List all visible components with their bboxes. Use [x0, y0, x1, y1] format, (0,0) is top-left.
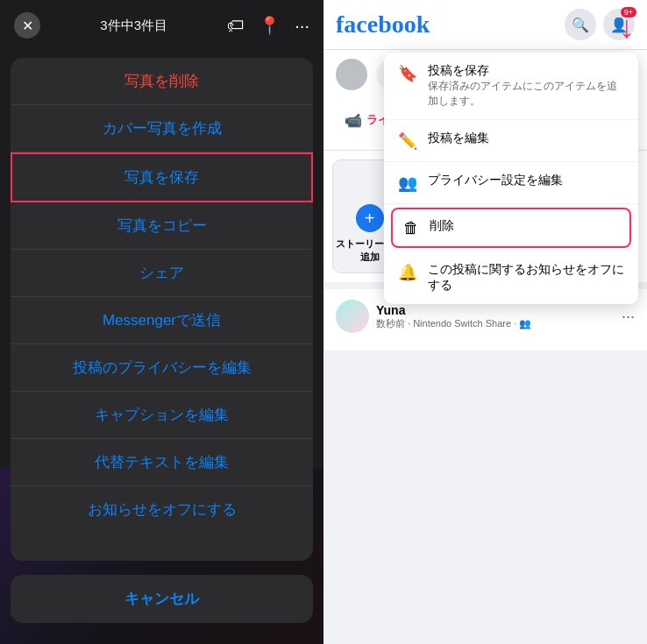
post-text-info: Yuna 数秒前 · Nintendo Switch Share · 👥 [376, 303, 531, 330]
cancel-button[interactable]: キャンセル [11, 575, 313, 623]
dropdown-delete[interactable]: 🗑 削除 [391, 208, 631, 248]
dropdown-save-post[interactable]: 🔖 投稿を保存 保存済みのアイテムにこのアイテムを追加します。 [384, 53, 638, 120]
post-user-name: Yuna [376, 303, 531, 317]
edit-privacy-title: プライバシー設定を編集 [428, 173, 563, 188]
save-photo-item[interactable]: 写真を保存 [11, 152, 313, 202]
messenger-item[interactable]: Messengerで送信 [11, 297, 313, 344]
search-icon: 🔍 [572, 17, 589, 33]
delete-text: 削除 [430, 218, 454, 234]
post-dropdown-menu: 🔖 投稿を保存 保存済みのアイテムにこのアイテムを追加します。 ✏️ 投稿を編集… [384, 53, 638, 304]
post-more-button[interactable]: ··· [622, 308, 635, 326]
edit-alt-item[interactable]: 代替テキストを編集 [11, 439, 313, 486]
edit-privacy-item[interactable]: 投稿のプライバシーを編集 [11, 344, 313, 392]
action-menu: 写真を削除 カバー写真を作成 写真を保存 写真をコピー シェア Messenge… [11, 58, 313, 561]
facebook-logo: facebook [336, 11, 430, 39]
dropdown-edit-privacy[interactable]: 👥 プライバシー設定を編集 [384, 162, 638, 204]
facebook-header: facebook 🔍 👤 9+ [324, 0, 647, 50]
edit-post-title: 投稿を編集 [428, 131, 489, 146]
pink-arrow-indicator: ↓ [619, 9, 635, 46]
edit-privacy-text: プライバシー設定を編集 [428, 173, 563, 188]
more-icon[interactable]: ··· [295, 16, 309, 36]
share-item[interactable]: シェア [11, 250, 313, 297]
post-header: Yuna 数秒前 · Nintendo Switch Share · 👥 ··· [336, 300, 635, 333]
post-user-info: Yuna 数秒前 · Nintendo Switch Share · 👥 [336, 300, 531, 333]
add-story-icon: + [356, 204, 384, 232]
left-header: ✕ 3件中3件目 🏷 📍 ··· [0, 0, 324, 51]
copy-photo-item[interactable]: 写真をコピー [11, 202, 313, 250]
make-cover-item[interactable]: カバー写真を作成 [11, 105, 313, 152]
close-button[interactable]: ✕ [14, 12, 40, 39]
delete-title: 削除 [430, 218, 454, 234]
live-icon: 📹 [345, 112, 362, 129]
save-post-desc: 保存済みのアイテムにこのアイテムを追加します。 [428, 79, 624, 109]
edit-caption-item[interactable]: キャプションを編集 [11, 392, 313, 439]
save-post-text: 投稿を保存 保存済みのアイテムにこのアイテムを追加します。 [428, 63, 624, 109]
dropdown-turn-off[interactable]: 🔔 この投稿に関するお知らせをオフにする [384, 251, 638, 304]
right-panel: facebook 🔍 👤 9+ 今なにしてる？ 📹 ライブ動画 🖼 写真 [324, 0, 647, 644]
delete-icon: 🗑 [403, 219, 419, 237]
photo-counter: 3件中3件目 [100, 18, 167, 34]
post-user-avatar [336, 300, 369, 333]
edit-post-text: 投稿を編集 [428, 131, 489, 146]
search-button[interactable]: 🔍 [565, 9, 596, 40]
edit-privacy-icon: 👥 [398, 173, 417, 193]
location-icon[interactable]: 📍 [259, 15, 281, 36]
delete-photo-item[interactable]: 写真を削除 [11, 58, 313, 105]
save-post-title: 投稿を保存 [428, 63, 624, 79]
header-icons: 🏷 📍 ··· [227, 15, 309, 36]
turn-off-text: この投稿に関するお知らせをオフにする [428, 262, 624, 294]
save-post-icon: 🔖 [398, 64, 417, 83]
post-meta-info: 数秒前 · Nintendo Switch Share · 👥 [376, 317, 531, 330]
dropdown-edit-post[interactable]: ✏️ 投稿を編集 [384, 120, 638, 162]
turn-off-item[interactable]: お知らせをオフにする [11, 486, 313, 533]
turn-off-title: この投稿に関するお知らせをオフにする [428, 262, 624, 294]
user-avatar [336, 59, 367, 90]
edit-post-icon: ✏️ [398, 131, 417, 151]
turn-off-icon: 🔔 [398, 263, 417, 282]
close-icon: ✕ [22, 18, 33, 34]
tag-icon[interactable]: 🏷 [227, 16, 245, 36]
left-panel: ✕ 3件中3件目 🏷 📍 ··· 写真を削除 カバー写真を作成 写真を保存 写真… [0, 0, 324, 644]
